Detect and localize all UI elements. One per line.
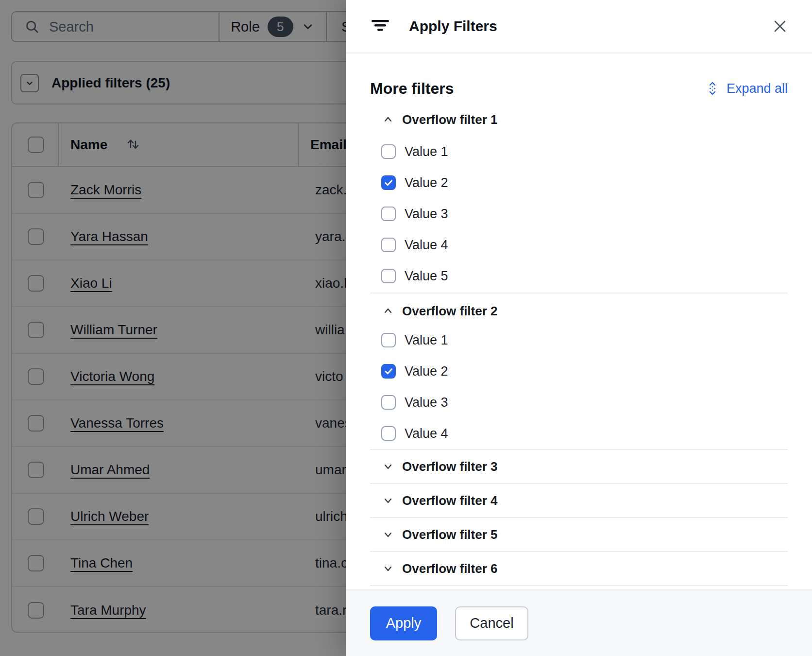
option-label: Value 1 xyxy=(405,333,448,348)
filter-option[interactable]: Value 5 xyxy=(381,260,788,292)
checkbox[interactable] xyxy=(381,333,396,347)
apply-button[interactable]: Apply xyxy=(370,606,437,640)
cancel-button[interactable]: Cancel xyxy=(455,606,528,640)
expand-all-link[interactable]: Expand all xyxy=(705,81,788,96)
more-filters-heading: More filters xyxy=(370,80,454,98)
option-label: Value 2 xyxy=(405,364,448,379)
checkbox[interactable] xyxy=(381,395,396,410)
filter-option[interactable]: Value 4 xyxy=(381,418,788,449)
filter-option[interactable]: Value 1 xyxy=(381,325,788,356)
section-divider xyxy=(370,585,788,586)
filter-group-header[interactable]: Overflow filter 5 xyxy=(383,518,788,551)
checkbox[interactable] xyxy=(381,269,396,283)
filter-group-header[interactable]: Overflow filter 6 xyxy=(383,552,788,585)
chevron-up-icon xyxy=(383,306,393,316)
option-label: Value 2 xyxy=(405,175,448,190)
panel-footer: Apply Cancel xyxy=(346,589,812,656)
filter-group-header[interactable]: Overflow filter 2 xyxy=(383,301,788,321)
chevron-up-icon xyxy=(383,114,393,125)
check-icon xyxy=(382,175,395,190)
filter-group-label: Overflow filter 6 xyxy=(402,561,498,576)
close-icon xyxy=(771,17,789,35)
filter-icon xyxy=(371,16,390,37)
chevron-down-icon xyxy=(383,563,393,574)
chevron-down-icon xyxy=(383,529,393,540)
apply-filters-panel: Apply Filters More filters Expand all xyxy=(346,0,812,656)
checkbox[interactable] xyxy=(381,426,396,441)
panel-header: Apply Filters xyxy=(346,0,812,53)
option-label: Value 4 xyxy=(405,238,448,253)
section-divider xyxy=(370,293,788,293)
filter-option[interactable]: Value 3 xyxy=(381,387,788,418)
chevron-down-icon xyxy=(383,495,393,506)
option-label: Value 4 xyxy=(405,426,448,441)
filter-group-label: Overflow filter 3 xyxy=(402,459,498,474)
filter-group-label: Overflow filter 2 xyxy=(402,304,498,319)
check-icon xyxy=(382,364,395,379)
filter-option[interactable]: Value 2 xyxy=(381,167,788,198)
option-label: Value 5 xyxy=(405,269,448,284)
filter-option[interactable]: Value 3 xyxy=(381,198,788,229)
option-label: Value 3 xyxy=(405,395,448,410)
filter-option[interactable]: Value 1 xyxy=(381,136,788,167)
checkbox[interactable] xyxy=(381,144,396,159)
filter-group-header[interactable]: Overflow filter 1 xyxy=(383,110,788,129)
option-label: Value 1 xyxy=(405,144,448,159)
checkbox[interactable] xyxy=(381,207,396,221)
checkbox-checked[interactable] xyxy=(381,364,396,379)
checkbox[interactable] xyxy=(381,238,396,252)
filter-group-label: Overflow filter 5 xyxy=(402,527,498,542)
filter-group-label: Overflow filter 1 xyxy=(402,112,498,127)
filter-option[interactable]: Value 4 xyxy=(381,229,788,260)
close-button[interactable] xyxy=(769,16,791,37)
expand-all-label: Expand all xyxy=(727,81,788,96)
filter-group-header[interactable]: Overflow filter 4 xyxy=(383,484,788,517)
checkbox-checked[interactable] xyxy=(381,175,396,190)
chevron-down-icon xyxy=(383,461,393,472)
filter-group-header[interactable]: Overflow filter 3 xyxy=(383,450,788,483)
filter-group-label: Overflow filter 4 xyxy=(402,493,498,508)
option-label: Value 3 xyxy=(405,207,448,222)
expand-all-icon xyxy=(705,81,720,96)
filter-option[interactable]: Value 2 xyxy=(381,356,788,387)
panel-body: More filters Expand all Overflow filter … xyxy=(346,78,812,586)
panel-title: Apply Filters xyxy=(409,18,497,35)
